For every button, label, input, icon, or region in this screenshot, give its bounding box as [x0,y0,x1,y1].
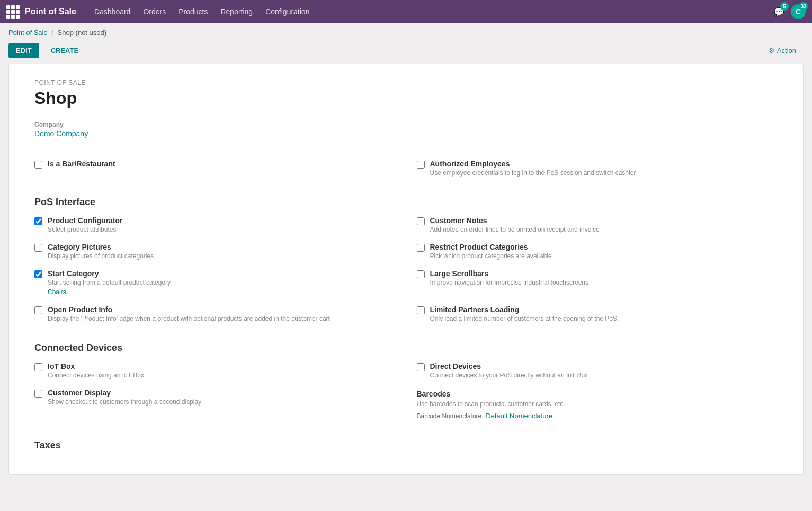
start-category-extra[interactable]: Chairs [48,288,171,296]
nav-configuration[interactable]: Configuration [260,4,315,19]
limited-partners-loading-checkbox[interactable] [417,306,425,314]
nav-dashboard[interactable]: Dashboard [89,4,136,19]
breadcrumb-current: Shop (not used) [58,29,107,37]
product-configurator-checkbox[interactable] [34,217,42,225]
direct-devices-row: Direct Devices Connect devices to your P… [417,362,778,379]
pos-interface-grid: Product Configurator Select product attr… [34,216,778,332]
company-label: Company [34,121,778,128]
limited-partners-loading-label: Limited Partners Loading [430,305,619,314]
restrict-product-categories-label: Restrict Product Categories [430,243,552,251]
connected-devices-section-title: Connected Devices [34,342,778,354]
divider-1 [34,151,778,151]
authorized-employees-desc: Use employee credentials to log in to th… [430,169,636,177]
large-scrollbars-row: Large Scrollbars Improve navigation for … [417,269,778,296]
top-navigation: Point of Sale Dashboard Orders Products … [0,0,812,23]
customer-notes-checkbox[interactable] [417,217,425,225]
bar-auth-row: Is a Bar/Restaurant Authorized Employees… [34,160,778,186]
customer-notes-row: Customer Notes Add notes on order lines … [417,216,778,233]
authorized-employees-row: Authorized Employees Use employee creden… [417,160,778,177]
action-button[interactable]: ⚙ Action [761,43,804,58]
start-category-row: Start Category Start selling from a defa… [34,269,396,296]
large-scrollbars-desc: Improve navigation for imprecise industr… [430,279,588,286]
restrict-product-categories-desc: Pick which product categories are availa… [430,252,552,260]
category-pictures-desc: Display pictures of product categories [48,252,154,260]
apps-icon[interactable] [6,5,20,19]
create-button[interactable]: CREATE [43,43,86,58]
user-count: 32 [799,2,808,11]
category-pictures-row: Category Pictures Display pictures of pr… [34,243,396,260]
barcodes-block: Barcodes Use barcodes to scan products, … [417,389,778,420]
limited-partners-loading-row: Limited Partners Loading Only load a lim… [417,305,778,322]
category-pictures-label: Category Pictures [48,243,154,251]
chat-badge[interactable]: 💬 5 [772,4,787,19]
is-bar-restaurant-row: Is a Bar/Restaurant [34,160,396,177]
direct-devices-checkbox[interactable] [417,363,425,371]
restrict-product-categories-checkbox[interactable] [417,244,425,252]
start-category-label: Start Category [48,269,171,278]
barcodes-title: Barcodes [417,390,778,398]
barcodes-desc: Use barcodes to scan products, customer … [417,400,778,408]
open-product-info-desc: Display the 'Product Info' page when a p… [48,315,330,322]
direct-devices-desc: Connect devices to your PoS directly wit… [430,372,588,379]
user-badge[interactable]: C 32 [791,4,806,19]
customer-display-row: Customer Display Show checkout to custom… [34,389,396,420]
product-configurator-desc: Select product attributes [48,226,123,233]
direct-devices-label: Direct Devices [430,362,588,371]
customer-display-checkbox[interactable] [34,390,42,398]
breadcrumb: Point of Sale / Shop (not used) [0,23,812,40]
customer-display-desc: Show checkout to customers through a sec… [48,398,201,406]
iot-box-row: IoT Box Connect devices using an IoT Box [34,362,396,379]
form-title: Shop [34,89,778,108]
is-bar-restaurant-label: Is a Bar/Restaurant [48,160,115,168]
open-product-info-checkbox[interactable] [34,306,42,314]
customer-notes-desc: Add notes on order lines to be printed o… [430,226,600,233]
iot-box-label: IoT Box [48,362,144,371]
iot-box-checkbox[interactable] [34,363,42,371]
authorized-employees-label: Authorized Employees [430,160,636,168]
edit-button[interactable]: EDIT [8,43,39,58]
start-category-checkbox[interactable] [34,270,42,278]
toolbar: EDIT CREATE ⚙ Action [0,40,812,64]
iot-box-desc: Connect devices using an IoT Box [48,372,144,379]
action-gear-icon: ⚙ [769,47,775,55]
brand-name[interactable]: Point of Sale [25,7,76,16]
chat-count: 5 [780,2,789,11]
authorized-employees-checkbox[interactable] [417,161,425,169]
breadcrumb-parent[interactable]: Point of Sale [8,29,48,37]
large-scrollbars-label: Large Scrollbars [430,269,588,278]
open-product-info-label: Open Product Info [48,305,330,314]
action-button-label: Action [777,47,796,55]
nav-reporting[interactable]: Reporting [215,4,258,19]
connected-devices-grid: IoT Box Connect devices using an IoT Box… [34,362,778,429]
pos-interface-section-title: PoS Interface [34,197,778,208]
taxes-section-title: Taxes [34,440,778,451]
barcodes-nomenclature-row: Barcode Nomenclature Default Nomenclatur… [417,412,778,420]
nav-orders[interactable]: Orders [138,4,171,19]
main-form: Point of Sale Shop Company Demo Company … [8,64,804,475]
nav-links: Dashboard Orders Products Reporting Conf… [89,4,772,19]
barcodes-nomenclature-value[interactable]: Default Nomenclature [486,412,552,420]
open-product-info-row: Open Product Info Display the 'Product I… [34,305,396,322]
start-category-desc: Start selling from a default product cat… [48,279,171,286]
limited-partners-loading-desc: Only load a limited number of customers … [430,315,619,322]
barcodes-nomenclature-label: Barcode Nomenclature [417,412,482,420]
nav-products[interactable]: Products [173,4,213,19]
topnav-right: 💬 5 C 32 [772,4,806,19]
is-bar-restaurant-checkbox[interactable] [34,161,42,169]
customer-display-label: Customer Display [48,389,201,397]
customer-notes-label: Customer Notes [430,216,600,225]
large-scrollbars-checkbox[interactable] [417,270,425,278]
product-configurator-row: Product Configurator Select product attr… [34,216,396,233]
form-subtitle: Point of Sale [34,79,778,86]
company-value[interactable]: Demo Company [34,129,778,138]
category-pictures-checkbox[interactable] [34,244,42,252]
product-configurator-label: Product Configurator [48,216,123,225]
restrict-product-categories-row: Restrict Product Categories Pick which p… [417,243,778,260]
company-block: Company Demo Company [34,121,778,138]
breadcrumb-separator: / [51,29,53,37]
